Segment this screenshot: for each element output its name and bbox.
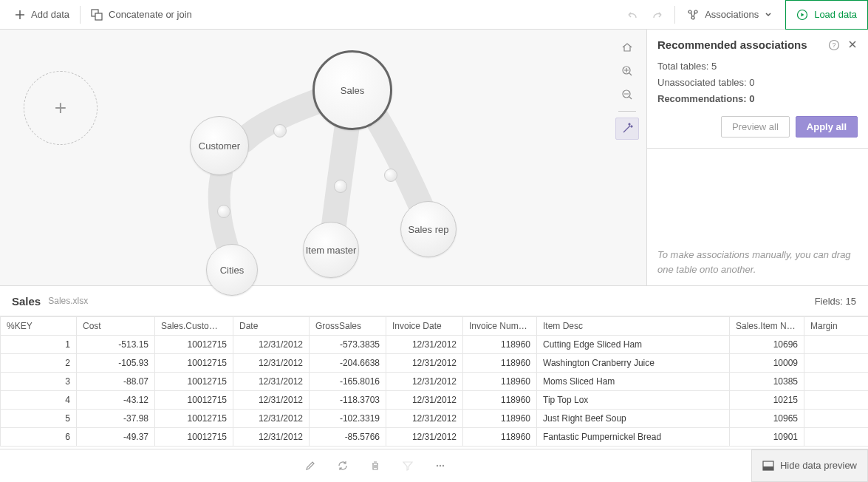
panel-stats: Total tables: 5 Unassociated tables: 0 R… bbox=[647, 58, 868, 116]
table-cell bbox=[804, 428, 869, 447]
bubble-label: Customer bbox=[199, 140, 240, 152]
zoom-out-button[interactable] bbox=[616, 84, 638, 105]
canvas-toolbar bbox=[615, 37, 639, 140]
more-icon[interactable] bbox=[434, 460, 446, 472]
table-cell: 118960 bbox=[463, 428, 537, 447]
link-dot bbox=[334, 180, 347, 193]
divider bbox=[80, 6, 81, 24]
hide-preview-button[interactable]: Hide data preview bbox=[751, 449, 868, 482]
table-cell: -105.93 bbox=[77, 354, 155, 373]
table-cell bbox=[804, 410, 869, 428]
load-data-label: Load data bbox=[814, 9, 857, 20]
table-cell: -102.3319 bbox=[310, 410, 386, 428]
bubble-sales[interactable]: Sales bbox=[312, 50, 392, 130]
table-cell: -204.6638 bbox=[310, 354, 386, 373]
bubble-label: Sales bbox=[341, 85, 365, 96]
table-row[interactable]: 5-37.981001271512/31/2012-102.331912/31/… bbox=[1, 410, 869, 428]
table-cell bbox=[804, 391, 869, 410]
table-cell: 12/31/2012 bbox=[233, 428, 310, 447]
column-header[interactable]: Invoice Date bbox=[386, 317, 463, 336]
column-header[interactable]: Item Desc bbox=[537, 317, 730, 336]
table-cell: 5 bbox=[1, 410, 77, 428]
table-cell: 12/31/2012 bbox=[233, 354, 310, 373]
table-cell: 1 bbox=[1, 336, 77, 354]
associations-dropdown[interactable]: Associations bbox=[680, 4, 779, 25]
table-cell: 12/31/2012 bbox=[386, 354, 463, 373]
table-cell: 118960 bbox=[463, 336, 537, 354]
bubble-label: Sales rep bbox=[409, 224, 449, 235]
column-header[interactable]: Date bbox=[233, 317, 310, 336]
table-header-row: %KEYCostSales.Custo…DateGrossSalesInvoic… bbox=[1, 317, 869, 336]
data-preview-table[interactable]: %KEYCostSales.Custo…DateGrossSalesInvoic… bbox=[0, 316, 868, 449]
table-cell: 12/31/2012 bbox=[233, 391, 310, 410]
column-header[interactable]: Sales.Custo… bbox=[155, 317, 233, 336]
table-cell: 118960 bbox=[463, 354, 537, 373]
table-row[interactable]: 1-513.151001271512/31/2012-573.383512/31… bbox=[1, 336, 869, 354]
bubble-sales-rep[interactable]: Sales rep bbox=[400, 201, 457, 257]
concatenate-button[interactable]: Concatenate or join bbox=[82, 4, 201, 25]
table-cell: Washington Cranberry Juice bbox=[537, 354, 730, 373]
table-cell: 10901 bbox=[730, 428, 804, 447]
svg-point-10 bbox=[437, 464, 438, 466]
bubble-customer[interactable]: Customer bbox=[190, 116, 249, 175]
association-canvas[interactable]: + Sales Customer Cities Item master Sale… bbox=[0, 30, 646, 285]
column-header[interactable]: %KEY bbox=[1, 317, 77, 336]
divider bbox=[674, 6, 675, 24]
table-cell: 12/31/2012 bbox=[386, 336, 463, 354]
add-data-button[interactable]: Add data bbox=[6, 4, 78, 24]
apply-all-button[interactable]: Apply all bbox=[796, 116, 858, 138]
table-cell: 2 bbox=[1, 354, 77, 373]
table-cell: 12/31/2012 bbox=[233, 373, 310, 391]
top-toolbar: Add data Concatenate or join Association… bbox=[0, 0, 868, 30]
table-cell: 12/31/2012 bbox=[386, 428, 463, 447]
svg-text:?: ? bbox=[832, 41, 835, 49]
table-cell: -37.98 bbox=[77, 410, 155, 428]
table-cell: 10012715 bbox=[155, 410, 233, 428]
table-row[interactable]: 4-43.121001271512/31/2012-118.370312/31/… bbox=[1, 391, 869, 410]
table-cell: -165.8016 bbox=[310, 373, 386, 391]
table-cell: Fantastic Pumpernickel Bread bbox=[537, 428, 730, 447]
table-cell: -513.15 bbox=[77, 336, 155, 354]
undo-button[interactable] bbox=[620, 3, 643, 27]
magic-wand-button[interactable] bbox=[615, 118, 639, 140]
column-header[interactable]: Sales.Item N… bbox=[730, 317, 804, 336]
svg-point-2 bbox=[688, 10, 691, 13]
column-header[interactable]: Cost bbox=[77, 317, 155, 336]
table-cell bbox=[804, 373, 869, 391]
table-cell: 10012715 bbox=[155, 428, 233, 447]
table-cell: 118960 bbox=[463, 373, 537, 391]
table-row[interactable]: 3-88.071001271512/31/2012-165.801612/31/… bbox=[1, 373, 869, 391]
recommendations-panel: Recommended associations ? Total tables:… bbox=[646, 30, 868, 285]
edit-icon[interactable] bbox=[304, 460, 316, 472]
column-header[interactable]: GrossSales bbox=[310, 317, 386, 336]
link-dot bbox=[217, 205, 230, 218]
redo-button[interactable] bbox=[646, 3, 670, 27]
close-icon[interactable] bbox=[847, 39, 858, 51]
home-button[interactable] bbox=[616, 37, 638, 58]
load-data-button[interactable]: Load data bbox=[785, 0, 868, 30]
zoom-in-button[interactable] bbox=[616, 61, 638, 81]
column-header[interactable]: Margin bbox=[804, 317, 869, 336]
bubble-item-master[interactable]: Item master bbox=[303, 222, 359, 278]
table-cell: 4 bbox=[1, 391, 77, 410]
svg-rect-14 bbox=[763, 466, 773, 470]
delete-icon[interactable] bbox=[369, 460, 381, 472]
bubble-label: Item master bbox=[306, 245, 357, 256]
add-data-label: Add data bbox=[31, 9, 69, 20]
table-cell: 3 bbox=[1, 373, 77, 391]
bubble-cities[interactable]: Cities bbox=[206, 244, 258, 296]
table-cell: 6 bbox=[1, 428, 77, 447]
table-cell: -118.3703 bbox=[310, 391, 386, 410]
table-cell: Just Right Beef Soup bbox=[537, 410, 730, 428]
refresh-icon[interactable] bbox=[337, 460, 349, 472]
column-header[interactable]: Invoice Num… bbox=[463, 317, 537, 336]
help-icon[interactable]: ? bbox=[828, 39, 840, 51]
table-cell: 12/31/2012 bbox=[386, 373, 463, 391]
table-cell: 10012715 bbox=[155, 391, 233, 410]
hide-preview-label: Hide data preview bbox=[780, 460, 857, 471]
preview-all-button[interactable]: Preview all bbox=[721, 116, 790, 138]
table-cell bbox=[804, 336, 869, 354]
filter-icon[interactable] bbox=[402, 460, 414, 472]
table-row[interactable]: 6-49.371001271512/31/2012-85.576612/31/2… bbox=[1, 428, 869, 447]
table-row[interactable]: 2-105.931001271512/31/2012-204.663812/31… bbox=[1, 354, 869, 373]
